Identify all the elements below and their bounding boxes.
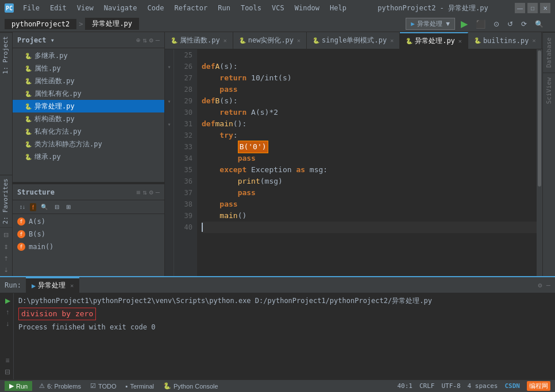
run-settings-btn[interactable]: ≡ bbox=[2, 355, 13, 366]
run-tab-close[interactable]: ✕ bbox=[70, 282, 74, 289]
structure-collapse-icon[interactable]: ⇅ bbox=[142, 188, 147, 196]
minimize-button[interactable]: — bbox=[515, 3, 525, 13]
python-console-icon: 🐍 bbox=[163, 382, 171, 390]
rightsidebar-tab-database[interactable]: Database bbox=[543, 32, 555, 72]
status-right: 40:1 CRLF UTF-8 4 spaces CSDN 编程网 bbox=[397, 381, 550, 391]
coverage-button[interactable]: ⊙ bbox=[491, 19, 502, 29]
reload-button[interactable]: ↺ bbox=[505, 19, 515, 29]
sidebar-tab-favorites[interactable]: 2: Favorites bbox=[0, 174, 12, 227]
run-stop-btn[interactable]: ↑ bbox=[2, 307, 13, 317]
file-item-leifangfa[interactable]: 🐍 类方法和静态方法.py bbox=[13, 138, 164, 150]
run-error-text: division by zero bbox=[18, 308, 96, 320]
fold-26[interactable]: ▾ bbox=[165, 61, 174, 72]
file-name: 异常处理.py bbox=[34, 102, 75, 111]
project-breadcrumb-root[interactable]: pythonProject2 bbox=[5, 19, 76, 29]
code-content-area[interactable]: def A(s): return 10/int(s) pass def B(s)… bbox=[197, 49, 537, 276]
tab-yichangchuli[interactable]: 🐍 异常处理.py ✕ bbox=[400, 32, 468, 49]
menu-help[interactable]: Help bbox=[325, 3, 351, 13]
sidebar-tab-project[interactable]: 1: Project bbox=[0, 32, 12, 77]
tab-close-icon[interactable]: ✕ bbox=[532, 37, 535, 44]
sidebar-icon-2[interactable]: ↕ bbox=[3, 242, 8, 251]
sync-button[interactable]: ⟳ bbox=[519, 19, 529, 29]
tab-newshilhua[interactable]: 🐍 new实例化.py ✕ bbox=[233, 32, 307, 49]
tab-close-icon[interactable]: ✕ bbox=[223, 37, 227, 44]
structure-item-main[interactable]: f main() bbox=[13, 240, 164, 253]
structure-item-B[interactable]: f B(s) bbox=[13, 228, 164, 240]
search-button[interactable]: 🔍 bbox=[533, 19, 546, 29]
cursor-position: 40:1 bbox=[397, 382, 413, 390]
status-terminal-btn[interactable]: ▪ Terminal bbox=[123, 383, 156, 390]
filter-btn[interactable]: f bbox=[30, 203, 36, 211]
project-breadcrumb-file[interactable]: 异常处理.py bbox=[85, 18, 139, 30]
sidebar-icon-3[interactable]: ⇡ bbox=[3, 253, 8, 262]
run-rerun-btn[interactable]: ↓ bbox=[2, 319, 13, 329]
expand-btn[interactable]: ⊟ bbox=[52, 203, 61, 211]
fold-31[interactable]: ▾ bbox=[165, 118, 174, 130]
run-play-btn[interactable]: ▶ bbox=[2, 296, 13, 306]
status-todo-btn[interactable]: ☑ TODO bbox=[88, 382, 119, 390]
run-button[interactable]: ▶ bbox=[458, 17, 470, 30]
tab-singlemode[interactable]: 🐍 single单例模式.py ✕ bbox=[307, 32, 400, 49]
status-problems-btn[interactable]: ⚠ 6: Problems bbox=[37, 382, 83, 390]
menu-edit[interactable]: Edit bbox=[45, 3, 71, 13]
file-item-shuxinghanshu[interactable]: 🐍 属性函数.py bbox=[13, 75, 164, 87]
tab-shuxinghanshu[interactable]: 🐍 属性函数.py ✕ bbox=[165, 32, 233, 49]
fold-29[interactable]: ▾ bbox=[165, 95, 174, 107]
collapse-btn[interactable]: ⊞ bbox=[64, 203, 73, 211]
status-run-button[interactable]: ▶ Run bbox=[5, 381, 32, 391]
fold-32 bbox=[165, 130, 174, 141]
sort-alpha-btn[interactable]: ↕↓ bbox=[17, 203, 28, 211]
project-add-icon[interactable]: ⊕ bbox=[136, 36, 140, 44]
menu-vcs[interactable]: VCS bbox=[267, 3, 289, 13]
tab-close-icon[interactable]: ✕ bbox=[458, 38, 462, 44]
project-panel-title: Project ▾ bbox=[17, 36, 136, 44]
menu-window[interactable]: Window bbox=[290, 3, 324, 13]
file-item-duojicheng[interactable]: 🐍 多继承.py bbox=[13, 49, 164, 62]
project-settings-icon[interactable]: ⚙ bbox=[149, 36, 153, 44]
bottom-settings-icon[interactable]: ⚙ — bbox=[538, 281, 550, 289]
menu-code[interactable]: Code bbox=[143, 3, 169, 13]
structure-settings-icon[interactable]: ⚙ bbox=[149, 188, 153, 196]
stop-button[interactable]: ⬛ bbox=[473, 18, 488, 30]
run-config-selector[interactable]: ▶ 异常处理 ▼ bbox=[406, 18, 455, 30]
sidebar-icon-1[interactable]: ⊟ bbox=[3, 230, 8, 239]
file-item-yichangchuli[interactable]: 🐍 异常处理.py bbox=[13, 100, 164, 112]
line-num-28: 28 bbox=[174, 84, 197, 95]
tab-builtins[interactable]: 🐍 builtins.py ✕ bbox=[468, 32, 542, 49]
close-button[interactable]: ✕ bbox=[540, 3, 550, 13]
rightsidebar-tab-sciview[interactable]: SciView bbox=[543, 72, 555, 108]
file-item-shuxing[interactable]: 🐍 属性.py bbox=[13, 62, 164, 75]
project-minimize-icon[interactable]: — bbox=[156, 36, 160, 44]
file-item-siyouhuafangfa[interactable]: 🐍 私有化方法.py bbox=[13, 125, 164, 138]
tab-label: builtins.py bbox=[483, 37, 529, 45]
code-line-29: def B(s): bbox=[202, 95, 537, 107]
run-close-btn[interactable]: ⊟ bbox=[2, 367, 13, 377]
menu-run[interactable]: Run bbox=[213, 3, 235, 13]
tab-close-icon[interactable]: ✕ bbox=[297, 37, 300, 44]
maximize-button[interactable]: □ bbox=[527, 3, 538, 13]
filter2-btn[interactable]: 🔍 bbox=[38, 203, 50, 211]
menu-file[interactable]: File bbox=[18, 3, 44, 13]
file-item-jicheng[interactable]: 🐍 继承.py bbox=[13, 150, 164, 163]
menu-refactor[interactable]: Refactor bbox=[169, 3, 212, 13]
tab-close-icon[interactable]: ✕ bbox=[390, 37, 394, 44]
structure-item-A[interactable]: f A(s) bbox=[13, 215, 164, 228]
file-item-xigougouhansu[interactable]: 🐍 析构函数.py bbox=[13, 112, 164, 125]
run-output-panel: D:\pythonProject1\pythonProject2\venv\Sc… bbox=[14, 293, 555, 379]
menu-tools[interactable]: Tools bbox=[236, 3, 266, 13]
line-num-26: 26 bbox=[174, 61, 197, 72]
structure-list-icon[interactable]: ≡ bbox=[136, 188, 140, 196]
tab-run-output[interactable]: ▶ 异常处理 ✕ bbox=[26, 277, 79, 293]
sidebar-icon-4[interactable]: ⇣ bbox=[3, 265, 8, 274]
structure-minimize-icon[interactable]: — bbox=[156, 188, 160, 196]
file-item-shuxingsiyouhua[interactable]: 🐍 属性私有化.py bbox=[13, 87, 164, 100]
file-name: 多继承.py bbox=[34, 51, 68, 61]
status-python-console-btn[interactable]: 🐍 Python Console bbox=[161, 382, 221, 390]
menu-navigate[interactable]: Navigate bbox=[99, 3, 142, 13]
editor-scrollbar[interactable] bbox=[537, 49, 542, 276]
fold-38 bbox=[165, 199, 174, 210]
menu-view[interactable]: View bbox=[72, 3, 98, 13]
project-sync-icon[interactable]: ⇅ bbox=[142, 36, 147, 44]
project-panel-icons: ⊕ ⇅ ⚙ — bbox=[136, 36, 160, 44]
code-line-30: return A(s)*2 bbox=[202, 107, 537, 118]
